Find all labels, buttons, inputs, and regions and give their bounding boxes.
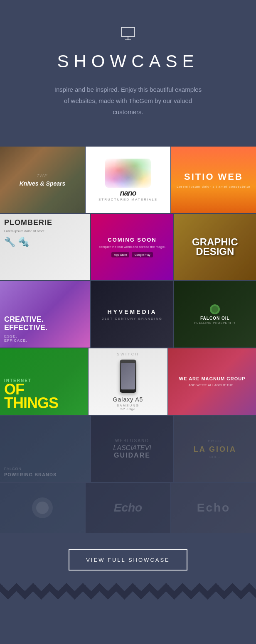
list-item[interactable]: CREATIVE.EFFECTIVE. ESSE.EFFICACE.	[0, 281, 91, 348]
list-item[interactable]: switch Galaxy A5 SAMSUNG S7 edge	[89, 348, 169, 415]
grid-section: The Knives & Spears nano structured mate…	[0, 138, 256, 533]
list-item[interactable]: PLOMBERIE Lorem ipsum dolor sit amet 🔧 🔩	[0, 214, 91, 280]
zigzag-divider	[0, 583, 256, 600]
grid-row-1: The Knives & Spears nano structured mate…	[0, 147, 256, 214]
list-item[interactable]: The Knives & Spears	[0, 147, 86, 213]
header-section: SHOWCASE Inspire and be inspired. Enjoy …	[0, 0, 256, 138]
list-item[interactable]: nano structured materials	[86, 147, 171, 213]
list-item[interactable]: ERGO LA GIOIA CHI...	[174, 416, 256, 482]
list-item[interactable]: COMING SOON conquer the real world and s…	[91, 214, 174, 280]
page-title: SHOWCASE	[17, 51, 239, 71]
list-item[interactable]: Echo	[171, 483, 256, 533]
button-section: VIEW FULL SHOWCASE	[0, 533, 256, 583]
list-item[interactable]: HYVEMEDIA 21ST CENTURY BRANDING	[91, 281, 174, 348]
list-item[interactable]: WebLusano LASCIATEVI GUIDARE	[91, 416, 174, 482]
svg-rect-0	[121, 27, 135, 37]
grid-row-2: PLOMBERIE Lorem ipsum dolor sit amet 🔧 🔩…	[0, 214, 256, 281]
presentation-icon	[17, 25, 239, 43]
grid-row-3: CREATIVE.EFFECTIVE. ESSE.EFFICACE. HYVEM…	[0, 281, 256, 348]
list-item[interactable]: INTERNET OFTHINGS	[0, 348, 89, 415]
list-item[interactable]: SITIO WEB Lorem ipsum dolor sit amet con…	[171, 147, 256, 213]
list-item[interactable]	[0, 483, 86, 533]
list-item[interactable]: Falcon POWERING BRANDS	[0, 416, 91, 482]
grid-row-5: Falcon POWERING BRANDS WebLusano LASCIAT…	[0, 416, 256, 483]
list-item[interactable]: FALCON OIL FUELLING PROSPERITY	[174, 281, 256, 348]
grid-row-4: INTERNET OFTHINGS switch Galaxy A5 SAMSU…	[0, 348, 256, 416]
list-item[interactable]: Echo	[86, 483, 171, 533]
list-item[interactable]: GRAPHICDESIGN	[174, 214, 256, 280]
view-showcase-button[interactable]: VIEW FULL SHOWCASE	[69, 549, 187, 571]
showcase-description: Inspire and be inspired. Enjoy this beau…	[53, 84, 203, 118]
grid-row-6: Echo Echo	[0, 483, 256, 533]
list-item[interactable]: WE ARE MAGNUM GROUP AND WE'RE ALL ABOUT …	[168, 348, 256, 415]
